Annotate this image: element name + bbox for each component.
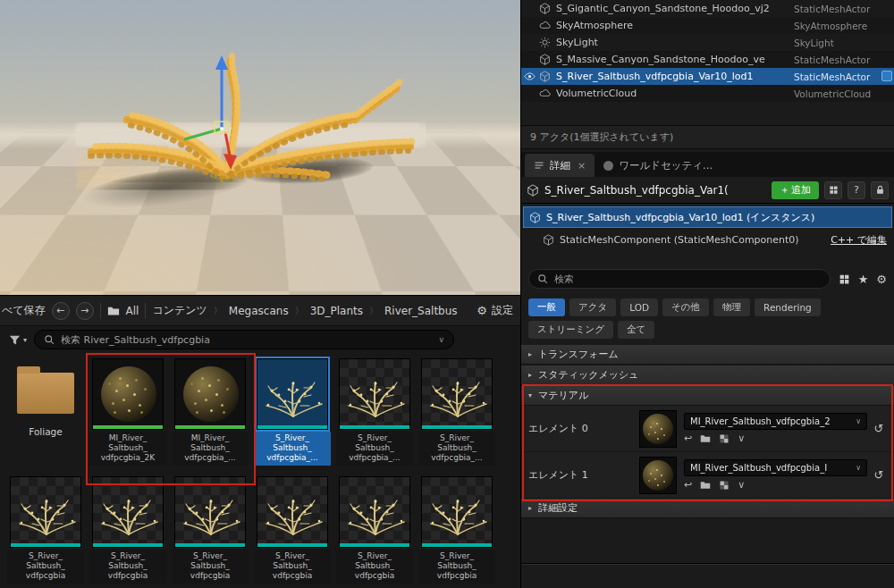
breadcrumb-item-megascans[interactable]: Megascans bbox=[229, 305, 289, 317]
material-asset-controls: MI_River_Saltbush_vdfpcgbia_2 ∨ ↩ ∨ bbox=[684, 413, 867, 444]
viewport-3d[interactable] bbox=[0, 0, 520, 295]
details-search-input[interactable]: 検索 bbox=[528, 269, 831, 289]
material-sphere-icon bbox=[643, 414, 673, 444]
filter-misc[interactable]: その他 bbox=[662, 298, 709, 316]
outliner-row[interactable]: SkyAtmosphere SkyAtmosphere bbox=[521, 17, 894, 34]
filter-rendering[interactable]: Rendering bbox=[755, 298, 821, 316]
filter-streaming[interactable]: ストリーミング bbox=[528, 321, 613, 339]
section-advanced[interactable]: ▸ 詳細設定 bbox=[521, 499, 894, 518]
material-asset-dropdown[interactable]: MI_River_Saltbush_vdfpcgbia_I ∨ bbox=[684, 459, 867, 476]
details-list-icon bbox=[534, 160, 544, 171]
settings-gear-icon[interactable]: ⚙ bbox=[876, 273, 887, 286]
filter-physics[interactable]: 物理 bbox=[713, 298, 750, 316]
convert-asset-icon[interactable] bbox=[719, 480, 730, 491]
outliner-row[interactable]: S_Gigantic_Canyon_Sandstone_Hoodoo_vj2 S… bbox=[521, 0, 894, 17]
asset-card-mesh[interactable]: S_River_ Saltbush_ vdfpcgbia_... bbox=[336, 358, 413, 466]
component-row[interactable]: StaticMeshComponent (StaticMeshComponent… bbox=[521, 230, 894, 249]
visibility-eye-icon[interactable] bbox=[524, 71, 536, 82]
search-caret-icon[interactable]: ∨ bbox=[438, 335, 444, 344]
static-mesh-thumbnail bbox=[421, 476, 493, 548]
section-transform-label: トランスフォーム bbox=[538, 348, 619, 361]
breadcrumb-item-3dplants[interactable]: 3D_Plants bbox=[310, 305, 363, 317]
material-asset-dropdown[interactable]: MI_River_Saltbush_vdfpcgbia_2 ∨ bbox=[684, 413, 867, 430]
browse-to-asset-icon[interactable] bbox=[700, 433, 711, 444]
filter-lod[interactable]: LOD bbox=[620, 298, 658, 316]
filter-general[interactable]: 一般 bbox=[528, 298, 565, 316]
back-button[interactable]: ← bbox=[52, 302, 70, 320]
asset-name: S_River_ Saltbush_ vdfpcgbia_... bbox=[418, 432, 495, 466]
bush-icon bbox=[14, 490, 79, 540]
tab-details[interactable]: 詳細 × bbox=[525, 154, 595, 177]
instance-name: S_River_Saltbush_vdfpcgbia_Var10_lod1 (イ… bbox=[546, 211, 814, 224]
use-selected-asset-icon[interactable]: ↩ bbox=[684, 479, 692, 491]
material-thumbnail[interactable] bbox=[639, 410, 677, 448]
tab-world-settings[interactable]: ワールドセッティ... bbox=[595, 154, 721, 177]
outliner-row[interactable]: S_Massive_Canyon_Sandstone_Hoodoo_ve Sta… bbox=[521, 51, 894, 68]
asset-card-mi-2k[interactable]: MI_River_ Saltbush_ vdfpcgbia_2K bbox=[89, 358, 166, 466]
actor-name: VolumetricCloud bbox=[556, 88, 794, 99]
actor-type: SkyAtmosphere bbox=[794, 21, 894, 31]
convert-asset-icon[interactable] bbox=[719, 433, 730, 444]
material-element-row: エレメント 1 MI_River_Saltbush_vdfpcgbia_I ∨ … bbox=[521, 452, 894, 499]
add-component-button[interactable]: ＋ 追加 bbox=[772, 181, 819, 199]
asset-card-mesh[interactable]: S_River_ Saltbush_ vdfpcgbia bbox=[254, 476, 331, 584]
asset-card-mesh[interactable]: S_River_ Saltbush_ vdfpcgbia bbox=[89, 476, 166, 584]
outliner-row-selected[interactable]: S_River_Saltbush_vdfpcgbia_Var10_lod1 St… bbox=[521, 68, 894, 85]
breadcrumb-item-content[interactable]: コンテンツ bbox=[152, 303, 207, 318]
use-selected-asset-icon[interactable]: ↩ bbox=[684, 433, 692, 444]
asset-search-input[interactable]: 検索 River_Saltbush_vdfpcgbia ∨ bbox=[34, 330, 454, 349]
forward-button[interactable]: → bbox=[76, 302, 94, 320]
save-all-button[interactable]: べて保存 bbox=[0, 303, 46, 318]
reset-to-default-icon[interactable]: ↺ bbox=[871, 422, 887, 435]
more-options-caret-icon[interactable]: ∨ bbox=[738, 433, 745, 444]
gear-icon: ⚙ bbox=[477, 304, 487, 317]
settings-button[interactable]: ⚙ 設定 bbox=[477, 303, 513, 318]
tab-world-settings-label: ワールドセッティ... bbox=[619, 159, 713, 172]
section-material[interactable]: ▾ マテリアル bbox=[521, 386, 894, 406]
transform-gizmo[interactable] bbox=[175, 54, 283, 179]
more-options-caret-icon[interactable]: ∨ bbox=[738, 479, 745, 491]
actor-type: VolumetricCloud bbox=[794, 88, 894, 99]
material-instance-color-strip bbox=[175, 425, 245, 429]
filter-button[interactable]: ▾ bbox=[9, 334, 27, 346]
asset-card-mesh[interactable]: S_River_ Saltbush_ vdfpcgbia bbox=[418, 476, 495, 584]
asset-card-mesh[interactable]: S_River_ Saltbush_ vdfpcgbia bbox=[7, 476, 84, 584]
asset-card-mesh-selected[interactable]: S_River_ Saltbush_ vdfpcgbia_... bbox=[254, 358, 331, 466]
material-thumbnail[interactable] bbox=[639, 457, 677, 494]
asset-card-mesh[interactable]: S_River_ Saltbush_ vdfpcgbia bbox=[172, 476, 249, 584]
outliner-row[interactable]: VolumetricCloud VolumetricCloud bbox=[521, 85, 894, 102]
asset-card-mesh[interactable]: S_River_ Saltbush_ vdfpcgbia bbox=[336, 476, 413, 584]
section-static-mesh[interactable]: ▸ スタティックメッシュ bbox=[521, 365, 894, 385]
folder-name: Foliage bbox=[29, 426, 62, 437]
display-grid-icon[interactable] bbox=[839, 273, 850, 285]
asset-grid: Foliage MI_River_ Saltbush_ vdfpcgbia_2K… bbox=[7, 358, 495, 584]
actor-type: StaticMeshActor bbox=[794, 55, 894, 65]
close-icon[interactable]: × bbox=[578, 160, 586, 172]
filter-all[interactable]: 全て bbox=[618, 321, 654, 339]
actor-type: StaticMeshActor bbox=[794, 71, 894, 82]
folder-icon-large bbox=[17, 373, 74, 414]
reset-to-default-icon[interactable]: ↺ bbox=[871, 468, 887, 482]
bush-icon bbox=[426, 372, 490, 422]
favorites-star-icon[interactable]: ★ bbox=[858, 273, 869, 286]
asset-card-mi-2[interactable]: MI_River_ Saltbush_ vdfpcgbia_... bbox=[172, 358, 249, 466]
asset-card-mesh[interactable]: S_River_ Saltbush_ vdfpcgbia_... bbox=[418, 358, 495, 466]
help-button[interactable]: ? bbox=[848, 181, 865, 199]
edit-actor-button[interactable] bbox=[881, 71, 892, 81]
add-label: 追加 bbox=[791, 183, 811, 197]
chevron-down-icon: ∨ bbox=[852, 417, 861, 425]
breadcrumb-item-river-saltbus[interactable]: River_Saltbus bbox=[384, 305, 458, 317]
section-transform[interactable]: ▸ トランスフォーム bbox=[521, 345, 894, 365]
outliner-row[interactable]: SkyLight SkyLight bbox=[521, 34, 894, 51]
selected-instance-row[interactable]: S_River_Saltbush_vdfpcgbia_Var10_lod1 (イ… bbox=[523, 206, 892, 228]
chevron-right-icon: ▸ bbox=[528, 504, 532, 512]
folder-card-foliage[interactable]: Foliage bbox=[7, 358, 84, 466]
breadcrumb-all[interactable]: All bbox=[126, 305, 139, 317]
gizmo-y-axis bbox=[184, 129, 222, 139]
lock-icon[interactable] bbox=[871, 181, 889, 199]
browse-to-asset-icon[interactable] bbox=[700, 480, 711, 491]
filter-actor[interactable]: アクタ bbox=[569, 298, 616, 316]
blueprint-button[interactable] bbox=[824, 181, 842, 199]
edit-cpp-link[interactable]: C++ で編集 bbox=[831, 233, 887, 247]
volumetric-cloud-icon bbox=[539, 88, 551, 99]
